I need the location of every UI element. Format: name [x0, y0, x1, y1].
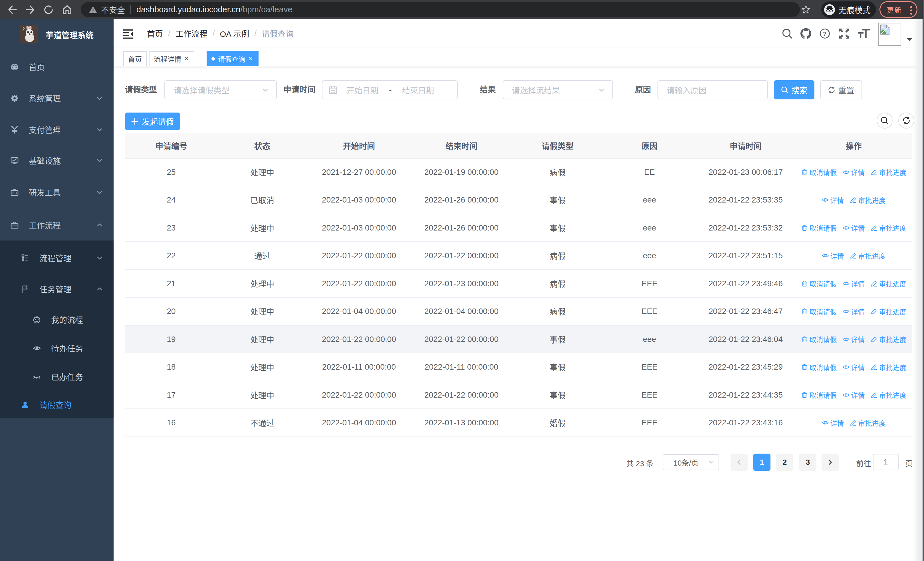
svg-text:?: ?: [823, 30, 827, 37]
